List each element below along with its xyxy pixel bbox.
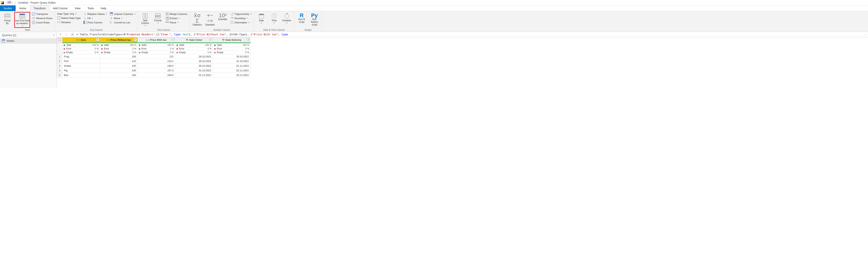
svg-rect-28 [166,13,167,15]
time-button[interactable]: Time▾ [268,12,280,25]
column-header-date-order[interactable]: 📅Date Order▾ [175,37,213,42]
save-icon[interactable] [7,1,11,4]
svg-rect-3 [5,13,10,15]
expand-formula-button[interactable]: ⌄ [865,33,867,36]
detect-data-type-button[interactable]: Detect Data Type [57,16,82,20]
table-icon [2,39,5,42]
filter-icon[interactable]: ▾ [172,38,174,41]
statistics-button[interactable]: x̄σΣStatistics [191,12,203,27]
statistics-icon: x̄σΣ [194,13,200,24]
label: Merge Columns [170,12,187,16]
formula-bar: ✕ ✓ fx = Table.TransformColumnTypes(#"Pr… [57,32,868,37]
move-button[interactable]: Move▾ [109,16,136,20]
table-row[interactable]: 1Frog10012128.10.202130.10.2021 [57,54,251,59]
label: Standard [205,24,215,26]
column-header-date-delivery[interactable]: 📅Date Delivery▾ [213,37,251,42]
row-selector-header[interactable] [57,37,62,42]
quality-row-error: Error0 % Error0 % Error0 % Error0 % Erro… [57,47,251,51]
label: Parse [170,21,176,24]
format-button[interactable]: ABC Format▾ [152,12,164,25]
reverse-rows-button[interactable]: Reverse Rows [31,16,53,20]
data-grid: AᴮCItem▾ 1²3Price Without tax▾ 1.2Price … [57,37,868,78]
label: Format [154,19,162,22]
fx-icon[interactable]: fx [70,33,75,36]
tab-add-column[interactable]: Add Column [50,5,71,11]
filter-icon[interactable]: ▾ [209,38,212,41]
extract-button[interactable]: ABC123Extract▾ [165,16,188,20]
parse-button[interactable]: abcParse▾ [165,21,188,24]
filter-icon[interactable]: ▾ [134,38,137,41]
extract-icon: ABC123 [166,17,169,20]
column-header-item[interactable]: AᴮCItem▾ [62,37,100,42]
run-r-script-button[interactable]: RRun R script [296,12,308,24]
convert-to-list-button[interactable]: Convert to List [109,21,136,24]
svg-rect-7 [20,15,25,18]
label: Trigonometry [235,12,249,16]
table-row[interactable]: 3Snake120145,230.10.202101.11.2021 [57,63,251,68]
cancel-formula-button[interactable]: ✕ [58,33,63,36]
pivot-column-button[interactable]: Pivot Column [83,21,108,24]
label: Use First Row as Headers [15,20,29,25]
transpose-button[interactable]: Transpose [31,12,53,16]
svg-rect-20 [84,21,85,24]
label: Extract [170,17,178,20]
data-type-button[interactable]: Data Type: Any▾ [57,12,82,16]
rounding-button[interactable]: .00Rounding▾ [230,16,252,20]
merge-columns-button[interactable]: Merge Columns [165,12,188,16]
formula-input[interactable]: = Table.TransformColumnTypes(#"Promoted … [76,33,863,36]
unpivot-columns-button[interactable]: Unpivot Columns▾ [109,12,136,16]
svg-rect-35 [286,13,288,14]
duration-button[interactable]: Duration▾ [281,12,293,25]
standard-button[interactable]: +−÷×Standard [204,12,216,27]
date-button[interactable]: Date▾ [256,12,267,25]
table-row[interactable]: 4Pig130157,331.10.202102.11.2021 [57,68,251,73]
separator: | [15,1,15,4]
svg-point-34 [285,14,289,18]
svg-rect-25 [146,13,148,18]
ribbon: Group By Use First Row as Headers▾ Trans… [0,11,868,32]
tab-transform[interactable]: Transform [30,5,50,11]
queries-header: Queries [1] < [0,32,57,38]
ribbon-group-scripts: RRun R script PyRun Python script Script… [294,11,322,32]
filter-icon[interactable]: ▾ [96,38,99,41]
column-header-price-with-tax[interactable]: 1.2Price With tax▾ [138,37,175,42]
label: Group By [4,19,10,25]
content: ✕ ✓ fx = Table.TransformColumnTypes(#"Pr… [57,32,868,88]
label: Rename [61,21,71,24]
query-item-sheet1[interactable]: Sheet1 [0,38,57,44]
title-bar: | ▾ | Untitled - Power Query Editor [0,0,868,5]
information-button[interactable]: Information▾ [230,21,252,24]
split-column-button[interactable]: Split Column▾ [140,12,151,27]
tab-tools[interactable]: Tools [84,5,97,11]
scientific-icon: 10² [219,13,226,18]
fill-button[interactable]: Fill▾ [83,16,108,20]
trigonometry-button[interactable]: Trigonometry▾ [230,12,252,16]
group-by-button[interactable]: Group By [2,12,13,26]
label: Data Type: Any [57,12,74,15]
group-label: Scripts [296,28,320,31]
tab-help[interactable]: Help [97,5,110,11]
separator: | [6,1,6,4]
label: Run R script [299,18,305,24]
tab-view[interactable]: View [71,5,84,11]
use-first-row-as-headers-button[interactable]: Use First Row as Headers▾ [14,12,30,28]
rename-button[interactable]: Rename [57,20,82,24]
label: Convert to List [114,21,130,24]
collapse-pane-button[interactable]: < [53,33,55,37]
replace-values-button[interactable]: 12Replace Values▾ [83,12,108,16]
table-row[interactable]: 2Fish110133,129.10.202131.10.2021 [57,59,251,63]
scientific-button[interactable]: 10²Scientific [217,12,228,22]
table-row[interactable]: 5Bee140169,401.11.202103.11.2021 [57,73,251,77]
quick-access-dropdown[interactable]: ▾ [11,1,13,4]
tab-home[interactable]: Home [16,5,30,11]
commit-formula-button[interactable]: ✓ [64,33,69,36]
ribbon-group-any-column: Data Type: Any▾ Detect Data Type Rename … [55,11,138,32]
header-row: AᴮCItem▾ 1²3Price Without tax▾ 1.2Price … [57,37,251,42]
run-python-script-button[interactable]: PyRun Python script [309,12,320,27]
ribbon-group-date-time: Date▾ Time▾ Duration▾ Date & Time Column [254,11,294,32]
count-rows-button[interactable]: #Count Rows [31,21,53,24]
column-header-price-without-tax[interactable]: 1²3Price Without tax▾ [100,37,138,42]
tab-file[interactable]: Soubor [0,5,16,11]
filter-icon[interactable]: ▾ [247,38,250,41]
label: Statistics [193,24,202,26]
